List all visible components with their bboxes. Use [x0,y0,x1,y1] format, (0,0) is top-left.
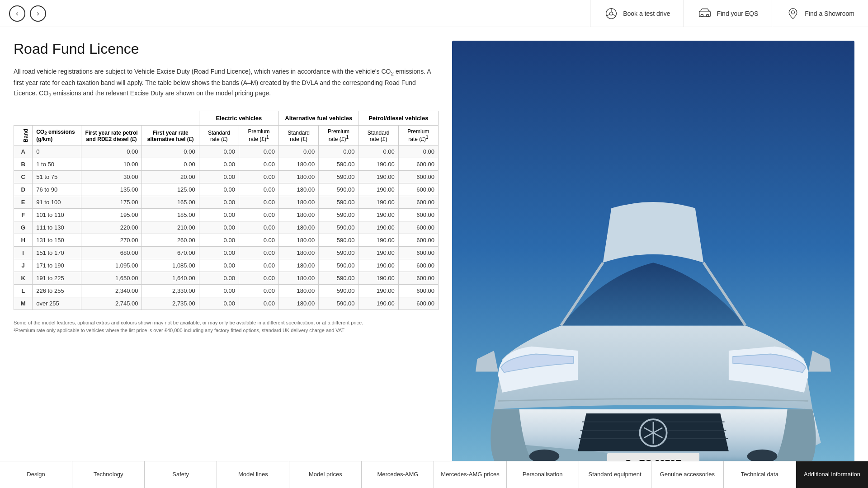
bottom-nav-item-model-prices[interactable]: Model prices [289,461,362,488]
cell-first-year-petrol: 0.00 [81,145,142,158]
cell-pd-prem: 600.00 [398,183,438,196]
bottom-nav-item-model-lines[interactable]: Model lines [217,461,289,488]
bottom-nav-item-mercedes-amg[interactable]: Mercedes-AMG [362,461,434,488]
car-search-icon [698,6,712,21]
cell-afv-std: 180.00 [279,285,319,297]
cell-ev-prem: 0.00 [239,209,278,221]
find-eqs-link[interactable]: Find your EQS [684,0,772,27]
cell-band: E [14,196,33,209]
cell-first-year-alt: 670.00 [142,247,199,259]
cell-first-year-petrol: 270.00 [81,234,142,247]
cell-afv-prem: 590.00 [319,221,359,234]
th-petrol-diesel: Petrol/diesel vehicles [359,111,439,126]
cell-pd-prem: 0.00 [398,145,438,158]
table-row: H 131 to 150 270.00 260.00 0.00 0.00 180… [14,234,439,247]
bottom-nav-item-technology[interactable]: Technology [72,461,145,488]
svg-line-4 [613,14,616,16]
cell-ev-prem: 0.00 [239,221,278,234]
location-pin-icon [786,6,800,21]
th-ev-prem: Premiumrate (£)1 [239,126,278,145]
car-image-panel: S · EQ 2972E [452,41,854,488]
cell-ev-prem: 0.00 [239,285,278,297]
bottom-nav-item-mercedes-amg-prices[interactable]: Mercedes-AMG prices [434,461,506,488]
cell-pd-prem: 600.00 [398,158,438,171]
cell-ev-prem: 0.00 [239,259,278,272]
th-empty-4 [142,111,199,126]
cell-band: J [14,259,33,272]
cell-ev-std: 0.00 [199,183,239,196]
cell-afv-std: 180.00 [279,183,319,196]
bottom-nav-item-design[interactable]: Design [0,461,72,488]
th-electric-vehicles: Electric vehicles [199,111,278,126]
cell-co2: 171 to 190 [33,259,81,272]
cell-band: M [14,297,33,310]
cell-ev-prem: 0.00 [239,145,278,158]
cell-co2: over 255 [33,297,81,310]
cell-pd-prem: 600.00 [398,171,438,183]
bottom-nav-item-technical-data[interactable]: Technical data [724,461,796,488]
cell-co2: 76 to 90 [33,183,81,196]
svg-line-3 [607,14,610,16]
cell-first-year-alt: 0.00 [142,145,199,158]
table-header-row-2: Band CO2 emissions(g/km) First year rate… [14,126,439,145]
table-row: J 171 to 190 1,095.00 1,085.00 0.00 0.00… [14,259,439,272]
cell-afv-std: 180.00 [279,171,319,183]
bottom-nav-item-safety[interactable]: Safety [145,461,217,488]
cell-first-year-petrol: 2,340.00 [81,285,142,297]
cell-afv-prem: 590.00 [319,171,359,183]
cell-co2: 226 to 255 [33,285,81,297]
bottom-nav-item-personalisation[interactable]: Personalisation [507,461,579,488]
footnote-line-1: Some of the model features, optional ext… [14,319,439,327]
cell-pd-std: 190.00 [359,209,398,221]
cell-pd-prem: 600.00 [398,247,438,259]
table-row: A 0 0.00 0.00 0.00 0.00 0.00 0.00 0.00 0… [14,145,439,158]
cell-afv-prem: 590.00 [319,196,359,209]
main-content: Road Fund Licence All road vehicle regis… [0,27,868,488]
th-empty-3 [81,111,142,126]
bottom-nav-item-additional-information[interactable]: Additional information [796,461,868,488]
cell-pd-std: 190.00 [359,221,398,234]
book-test-drive-link[interactable]: Book a test drive [590,0,684,27]
cell-afv-prem: 590.00 [319,259,359,272]
cell-ev-prem: 0.00 [239,183,278,196]
cell-first-year-alt: 1,640.00 [142,272,199,285]
cell-band: I [14,247,33,259]
cell-co2: 0 [33,145,81,158]
cell-afv-std: 180.00 [279,221,319,234]
cell-pd-std: 190.00 [359,196,398,209]
cell-afv-std: 180.00 [279,196,319,209]
prev-arrow-button[interactable]: ‹ [9,5,25,22]
nav-right-container: Book a test drive Find your EQS [590,0,868,27]
cell-ev-std: 0.00 [199,145,239,158]
th-alternative-fuel: Alternative fuel vehicles [279,111,359,126]
cell-ev-prem: 0.00 [239,196,278,209]
table-row: B 1 to 50 10.00 0.00 0.00 0.00 180.00 59… [14,158,439,171]
cell-ev-std: 0.00 [199,171,239,183]
th-afv-prem: Premiumrate (£)1 [319,126,359,145]
cell-ev-std: 0.00 [199,209,239,221]
bottom-nav-item-standard-equipment[interactable]: Standard equipment [579,461,651,488]
road-fund-table: Electric vehicles Alternative fuel vehic… [14,111,439,310]
bottom-nav-item-genuine-accessories[interactable]: Genuine accessories [651,461,724,488]
footnote-line-2: ¹Premium rate only applicable to vehicle… [14,327,439,334]
cell-pd-std: 190.00 [359,158,398,171]
cell-band: C [14,171,33,183]
cell-first-year-petrol: 680.00 [81,247,142,259]
find-showroom-link[interactable]: Find a Showroom [772,0,868,27]
next-arrow-button[interactable]: › [30,5,46,22]
cell-pd-std: 190.00 [359,285,398,297]
th-afv-std: Standardrate (£) [279,126,319,145]
cell-ev-std: 0.00 [199,234,239,247]
cell-band: D [14,183,33,196]
cell-pd-std: 190.00 [359,272,398,285]
cell-pd-prem: 600.00 [398,259,438,272]
cell-first-year-alt: 0.00 [142,158,199,171]
cell-co2: 131 to 150 [33,234,81,247]
cell-first-year-alt: 20.00 [142,171,199,183]
cell-afv-prem: 590.00 [319,234,359,247]
th-co2: CO2 emissions(g/km) [33,126,81,145]
th-ev-std: Standardrate (£) [199,126,239,145]
nav-arrows-container: ‹ › [0,5,55,22]
cell-first-year-petrol: 175.00 [81,196,142,209]
table-row: D 76 to 90 135.00 125.00 0.00 0.00 180.0… [14,183,439,196]
